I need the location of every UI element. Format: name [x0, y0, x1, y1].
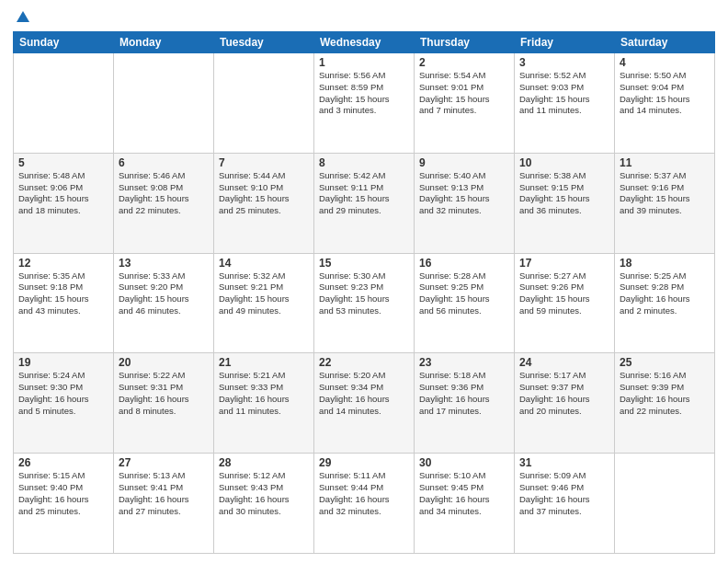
day-of-week-header: Wednesday: [314, 32, 415, 53]
day-info: Sunrise: 5:25 AMSunset: 9:28 PMDaylight:…: [620, 270, 710, 317]
calendar-cell: 18Sunrise: 5:25 AMSunset: 9:28 PMDayligh…: [615, 253, 715, 353]
calendar-cell: 11Sunrise: 5:37 AMSunset: 9:16 PMDayligh…: [615, 153, 715, 253]
calendar-cell: 23Sunrise: 5:18 AMSunset: 9:36 PMDayligh…: [415, 353, 515, 454]
calendar-cell: [214, 53, 314, 154]
day-number: 10: [519, 156, 609, 169]
day-info: Sunrise: 5:22 AMSunset: 9:31 PMDaylight:…: [119, 370, 209, 417]
svg-marker-0: [17, 11, 29, 22]
day-number: 17: [519, 257, 609, 270]
day-info: Sunrise: 5:20 AMSunset: 9:34 PMDaylight:…: [319, 370, 409, 417]
calendar-cell: 10Sunrise: 5:38 AMSunset: 9:15 PMDayligh…: [515, 153, 615, 253]
calendar-cell: 21Sunrise: 5:21 AMSunset: 9:33 PMDayligh…: [214, 353, 314, 454]
day-info: Sunrise: 5:33 AMSunset: 9:20 PMDaylight:…: [119, 270, 209, 317]
day-info: Sunrise: 5:13 AMSunset: 9:41 PMDaylight:…: [119, 470, 209, 517]
calendar-cell: 9Sunrise: 5:40 AMSunset: 9:13 PMDaylight…: [415, 153, 515, 253]
calendar-cell: 4Sunrise: 5:50 AMSunset: 9:04 PMDaylight…: [615, 53, 715, 154]
day-number: 1: [319, 56, 409, 69]
day-info: Sunrise: 5:17 AMSunset: 9:37 PMDaylight:…: [519, 370, 609, 417]
calendar-cell: [14, 53, 114, 154]
calendar-cell: 13Sunrise: 5:33 AMSunset: 9:20 PMDayligh…: [114, 253, 214, 353]
day-number: 3: [519, 56, 609, 69]
day-number: 20: [119, 356, 209, 369]
day-number: 4: [620, 56, 710, 69]
calendar-cell: 31Sunrise: 5:09 AMSunset: 9:46 PMDayligh…: [515, 454, 615, 554]
day-number: 2: [419, 56, 509, 69]
calendar-cell: 12Sunrise: 5:35 AMSunset: 9:18 PMDayligh…: [14, 253, 114, 353]
day-number: 25: [620, 356, 710, 369]
day-info: Sunrise: 5:37 AMSunset: 9:16 PMDaylight:…: [620, 170, 710, 217]
calendar-cell: 6Sunrise: 5:46 AMSunset: 9:08 PMDaylight…: [114, 153, 214, 253]
calendar-cell: 28Sunrise: 5:12 AMSunset: 9:43 PMDayligh…: [214, 454, 314, 554]
day-info: Sunrise: 5:15 AMSunset: 9:40 PMDaylight:…: [18, 470, 108, 517]
calendar-cell: 16Sunrise: 5:28 AMSunset: 9:25 PMDayligh…: [415, 253, 515, 353]
day-info: Sunrise: 5:09 AMSunset: 9:46 PMDaylight:…: [519, 470, 609, 517]
day-of-week-header: Friday: [515, 32, 615, 53]
calendar-cell: 29Sunrise: 5:11 AMSunset: 9:44 PMDayligh…: [314, 454, 415, 554]
day-info: Sunrise: 5:30 AMSunset: 9:23 PMDaylight:…: [319, 270, 409, 317]
calendar-cell: [114, 53, 214, 154]
calendar-week-row: 1Sunrise: 5:56 AMSunset: 8:59 PMDaylight…: [14, 53, 715, 154]
day-number: 26: [18, 456, 108, 469]
day-info: Sunrise: 5:40 AMSunset: 9:13 PMDaylight:…: [419, 170, 509, 217]
day-of-week-header: Sunday: [14, 32, 114, 53]
calendar-cell: 17Sunrise: 5:27 AMSunset: 9:26 PMDayligh…: [515, 253, 615, 353]
day-of-week-header: Monday: [114, 32, 214, 53]
logo: [13, 9, 33, 26]
day-number: 5: [18, 156, 108, 169]
day-info: Sunrise: 5:24 AMSunset: 9:30 PMDaylight:…: [18, 370, 108, 417]
day-number: 24: [519, 356, 609, 369]
page: SundayMondayTuesdayWednesdayThursdayFrid…: [0, 0, 728, 563]
calendar-cell: 20Sunrise: 5:22 AMSunset: 9:31 PMDayligh…: [114, 353, 214, 454]
day-number: 27: [119, 456, 209, 469]
calendar-week-row: 12Sunrise: 5:35 AMSunset: 9:18 PMDayligh…: [14, 253, 715, 353]
calendar-cell: 3Sunrise: 5:52 AMSunset: 9:03 PMDaylight…: [515, 53, 615, 154]
day-number: 13: [119, 257, 209, 270]
calendar-cell: 25Sunrise: 5:16 AMSunset: 9:39 PMDayligh…: [615, 353, 715, 454]
calendar-cell: 19Sunrise: 5:24 AMSunset: 9:30 PMDayligh…: [14, 353, 114, 454]
day-info: Sunrise: 5:38 AMSunset: 9:15 PMDaylight:…: [519, 170, 609, 217]
day-number: 9: [419, 156, 509, 169]
day-info: Sunrise: 5:21 AMSunset: 9:33 PMDaylight:…: [219, 370, 309, 417]
calendar-header-row: SundayMondayTuesdayWednesdayThursdayFrid…: [14, 32, 715, 53]
calendar-week-row: 26Sunrise: 5:15 AMSunset: 9:40 PMDayligh…: [14, 454, 715, 554]
calendar-cell: 2Sunrise: 5:54 AMSunset: 9:01 PMDaylight…: [415, 53, 515, 154]
day-info: Sunrise: 5:10 AMSunset: 9:45 PMDaylight:…: [419, 470, 509, 517]
calendar-cell: 15Sunrise: 5:30 AMSunset: 9:23 PMDayligh…: [314, 253, 415, 353]
day-number: 31: [519, 456, 609, 469]
logo-icon: [15, 9, 31, 29]
day-of-week-header: Thursday: [415, 32, 515, 53]
day-info: Sunrise: 5:56 AMSunset: 8:59 PMDaylight:…: [319, 70, 409, 117]
day-number: 21: [219, 356, 309, 369]
day-info: Sunrise: 5:32 AMSunset: 9:21 PMDaylight:…: [219, 270, 309, 317]
calendar-cell: 22Sunrise: 5:20 AMSunset: 9:34 PMDayligh…: [314, 353, 415, 454]
day-info: Sunrise: 5:28 AMSunset: 9:25 PMDaylight:…: [419, 270, 509, 317]
day-info: Sunrise: 5:11 AMSunset: 9:44 PMDaylight:…: [319, 470, 409, 517]
calendar-cell: 1Sunrise: 5:56 AMSunset: 8:59 PMDaylight…: [314, 53, 415, 154]
calendar-week-row: 19Sunrise: 5:24 AMSunset: 9:30 PMDayligh…: [14, 353, 715, 454]
calendar-cell: 7Sunrise: 5:44 AMSunset: 9:10 PMDaylight…: [214, 153, 314, 253]
day-info: Sunrise: 5:16 AMSunset: 9:39 PMDaylight:…: [620, 370, 710, 417]
day-number: 11: [620, 156, 710, 169]
day-number: 28: [219, 456, 309, 469]
day-info: Sunrise: 5:27 AMSunset: 9:26 PMDaylight:…: [519, 270, 609, 317]
calendar-cell: 5Sunrise: 5:48 AMSunset: 9:06 PMDaylight…: [14, 153, 114, 253]
calendar-cell: 8Sunrise: 5:42 AMSunset: 9:11 PMDaylight…: [314, 153, 415, 253]
day-number: 7: [219, 156, 309, 169]
day-info: Sunrise: 5:18 AMSunset: 9:36 PMDaylight:…: [419, 370, 509, 417]
day-number: 19: [18, 356, 108, 369]
day-of-week-header: Saturday: [615, 32, 715, 53]
day-number: 14: [219, 257, 309, 270]
day-number: 6: [119, 156, 209, 169]
calendar-cell: 24Sunrise: 5:17 AMSunset: 9:37 PMDayligh…: [515, 353, 615, 454]
day-number: 23: [419, 356, 509, 369]
day-number: 16: [419, 257, 509, 270]
day-info: Sunrise: 5:54 AMSunset: 9:01 PMDaylight:…: [419, 70, 509, 117]
day-number: 22: [319, 356, 409, 369]
header: [13, 9, 715, 26]
day-info: Sunrise: 5:48 AMSunset: 9:06 PMDaylight:…: [18, 170, 108, 217]
calendar-cell: 30Sunrise: 5:10 AMSunset: 9:45 PMDayligh…: [415, 454, 515, 554]
day-number: 15: [319, 257, 409, 270]
day-number: 8: [319, 156, 409, 169]
calendar-cell: 14Sunrise: 5:32 AMSunset: 9:21 PMDayligh…: [214, 253, 314, 353]
calendar-cell: 27Sunrise: 5:13 AMSunset: 9:41 PMDayligh…: [114, 454, 214, 554]
